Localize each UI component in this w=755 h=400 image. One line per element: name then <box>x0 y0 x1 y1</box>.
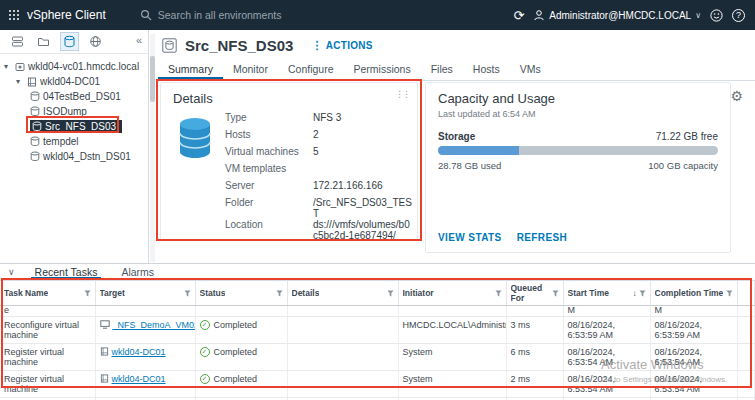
user-menu[interactable]: Administrator@HMCDC.LOCAL ∨ <box>533 9 701 21</box>
clipped-cell: M <box>563 306 650 317</box>
tree-item-datacenter[interactable]: ▾ wkld04-DC01 <box>0 74 148 89</box>
tasks-tab-bar: ∨ Recent Tasks Alarms <box>0 264 755 281</box>
task-row[interactable]: Register virtual machine wkld04-DC01 ✓ C… <box>0 371 755 398</box>
tree-item-datastore[interactable]: ISODump <box>0 104 148 119</box>
actions-button[interactable]: ⋮ ACTIONS <box>311 39 372 52</box>
capacity-title: Capacity and Usage <box>426 83 730 106</box>
details-title: Details <box>161 83 417 106</box>
scrollbar-handle[interactable] <box>150 56 155 102</box>
detail-row: Server 172.21.166.166 <box>225 180 412 197</box>
filter-icon[interactable] <box>276 290 283 297</box>
task-row[interactable]: Reconfigure virtual machine _NFS_DemoA_V… <box>0 317 755 344</box>
col-status[interactable]: Status <box>195 281 287 306</box>
col-queued-for[interactable]: Queued For <box>506 281 563 306</box>
tree-item-datastore[interactable]: tempdel <box>0 134 148 149</box>
col-details[interactable]: Details <box>287 281 398 306</box>
drag-handle-icon[interactable]: ⋮⋮ <box>395 89 409 99</box>
object-header: Src_NFS_DS03 ⋮ ACTIONS <box>156 30 755 54</box>
status-label: Completed <box>214 374 258 384</box>
global-search[interactable]: Search in all environments <box>140 9 282 21</box>
recent-tasks-panel: ∨ Recent Tasks Alarms Task Name Target S… <box>0 263 755 400</box>
col-task-name[interactable]: Task Name <box>0 281 95 306</box>
col-initiator[interactable]: Initiator <box>398 281 506 306</box>
task-row[interactable]: Register virtual machine wkld04-DC01 ✓ C… <box>0 344 755 371</box>
vms-templates-icon[interactable] <box>35 33 52 50</box>
inventory-tree: ▾ wkld04-vc01.hmcdc.local ▾ wkld04-DC01 <box>0 54 148 164</box>
col-start-time[interactable]: Start Time ↓ <box>563 281 650 306</box>
tree-item-datastore[interactable]: 04TestBed_DS01 <box>0 89 148 104</box>
tab-permissions[interactable]: Permissions <box>343 59 420 80</box>
table-header-row: Task Name Target Status Details Initiato… <box>0 281 755 306</box>
task-name-cell: Register virtual machine <box>0 371 95 398</box>
tab-monitor[interactable]: Monitor <box>223 59 278 80</box>
tree-item-datastore-selected[interactable]: Src_NFS_DS03 <box>0 119 148 134</box>
status-label: Completed <box>214 347 258 357</box>
sidebar-vertical-scrollbar[interactable] <box>150 34 155 262</box>
feedback-icon[interactable] <box>710 9 723 22</box>
actions-label: ACTIONS <box>326 40 373 51</box>
chevron-down-icon: ∨ <box>695 11 701 20</box>
detail-value: NFS 3 <box>313 112 412 129</box>
sort-desc-icon: ↓ <box>633 289 637 298</box>
tab-files[interactable]: Files <box>421 59 463 80</box>
detail-value: ds:///vmfs/volumes/b0c5bc2d-1e687494/ <box>313 219 412 241</box>
tab-summary[interactable]: Summary <box>158 59 223 80</box>
app-title: vSphere Client <box>27 8 106 22</box>
queued-cell: 6 ms <box>506 344 563 371</box>
target-link[interactable]: wkld04-DC01 <box>112 374 166 384</box>
clipped-row[interactable]: e M M <box>0 306 755 317</box>
filter-icon[interactable] <box>726 290 733 297</box>
topbar-right: ⟳ Administrator@HMCDC.LOCAL ∨ ? <box>513 9 745 22</box>
hosts-clusters-icon[interactable] <box>9 33 26 50</box>
target-link[interactable]: wkld04-DC01 <box>112 347 166 357</box>
tree-item-datastore[interactable]: wkld04_Dstn_DS01 <box>0 149 148 164</box>
tab-recent-tasks[interactable]: Recent Tasks <box>31 264 102 280</box>
datastore-icon <box>30 91 40 102</box>
detail-value: 5 <box>313 146 412 163</box>
view-stats-link[interactable]: VIEW STATS <box>438 232 502 243</box>
detail-row: Hosts 2 <box>225 129 412 146</box>
success-check-icon: ✓ <box>200 320 210 330</box>
inventory-sidebar: « ▾ wkld04-vc01.hmcdc.local ▾ wkld0 <box>0 30 149 263</box>
tab-configure[interactable]: Configure <box>278 59 344 80</box>
expander-icon[interactable]: ▾ <box>4 62 12 71</box>
tree-item-vcenter[interactable]: ▾ wkld04-vc01.hmcdc.local <box>0 59 148 74</box>
detail-row: Location ds:///vmfs/volumes/b0c5bc2d-1e6… <box>225 219 412 241</box>
help-icon[interactable]: ? <box>732 9 745 22</box>
networking-icon[interactable] <box>87 33 104 50</box>
queued-cell: 2 ms <box>506 371 563 398</box>
target-link[interactable]: _NFS_DemoA_VM02 <box>113 320 196 330</box>
storage-bar <box>438 146 718 155</box>
filter-icon[interactable] <box>387 290 394 297</box>
col-target[interactable]: Target <box>95 281 195 306</box>
details-cell <box>287 344 398 371</box>
filter-icon[interactable] <box>84 290 91 297</box>
queued-cell: 3 ms <box>506 317 563 344</box>
detail-value <box>313 163 412 180</box>
expander-icon[interactable]: ▾ <box>16 77 24 86</box>
detail-value: /Src_NFS_DS03_TEST <box>313 197 412 219</box>
gear-icon[interactable]: ⚙ <box>730 88 743 104</box>
tab-hosts[interactable]: Hosts <box>463 59 510 80</box>
filter-icon[interactable] <box>552 290 559 297</box>
filter-icon[interactable] <box>495 290 502 297</box>
free-space: 71.22 GB free <box>656 131 718 142</box>
filter-icon[interactable] <box>639 290 646 297</box>
filter-icon[interactable] <box>184 290 191 297</box>
last-updated: Last updated at 6:54 AM <box>426 106 730 119</box>
kebab-icon: ⋮ <box>311 39 322 52</box>
col-completion-time[interactable]: Completion Time <box>650 281 737 306</box>
app-grid-icon[interactable] <box>8 9 20 21</box>
collapse-sidebar-icon[interactable]: « <box>136 34 142 46</box>
refresh-link[interactable]: REFRESH <box>517 232 568 243</box>
inventory-tab-bar: « <box>0 30 148 54</box>
detail-row: VM templates <box>225 163 412 180</box>
task-name-cell: Register virtual machine <box>0 344 95 371</box>
topbar: vSphere Client Search in all environment… <box>0 0 755 30</box>
storage-bar-used <box>438 146 519 155</box>
storage-icon[interactable] <box>61 33 78 50</box>
collapse-panel-icon[interactable]: ∨ <box>8 267 15 277</box>
tab-alarms[interactable]: Alarms <box>117 264 158 280</box>
tab-vms[interactable]: VMs <box>510 59 551 80</box>
refresh-icon[interactable]: ⟳ <box>513 9 524 22</box>
